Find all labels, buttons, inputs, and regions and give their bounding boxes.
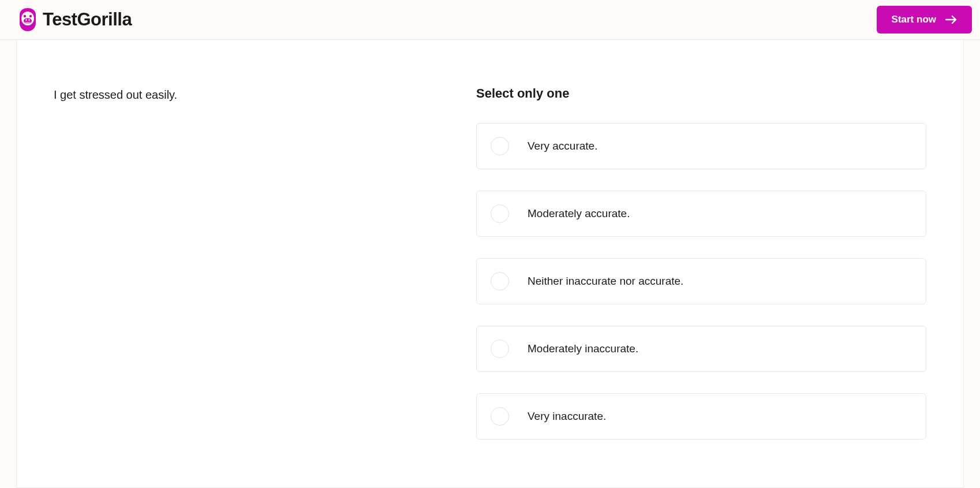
answer-option-label: Moderately accurate.	[528, 207, 630, 220]
arrow-right-icon	[945, 15, 957, 24]
svg-point-4	[25, 19, 27, 21]
question-card: I get stressed out easily. Select only o…	[16, 40, 964, 488]
brand-logo[interactable]: TestGorilla	[17, 7, 132, 32]
answer-option[interactable]: Very inaccurate.	[476, 393, 926, 439]
radio-icon	[491, 272, 509, 290]
answer-option[interactable]: Neither inaccurate nor accurate.	[476, 258, 926, 304]
brand-name: TestGorilla	[43, 9, 132, 30]
site-header: TestGorilla Start now	[0, 0, 980, 40]
answer-option-label: Neither inaccurate nor accurate.	[528, 275, 683, 288]
answer-column: Select only one Very accurate. Moderatel…	[476, 86, 926, 464]
svg-point-2	[29, 15, 32, 17]
radio-icon	[491, 340, 509, 358]
answer-instruction: Select only one	[476, 86, 926, 101]
question-prompt: I get stressed out easily.	[54, 86, 476, 103]
page-body: I get stressed out easily. Select only o…	[0, 40, 980, 488]
start-now-label: Start now	[892, 14, 936, 25]
question-prompt-column: I get stressed out easily.	[54, 86, 476, 464]
answer-option-label: Very inaccurate.	[528, 410, 606, 423]
gorilla-icon	[17, 7, 38, 32]
start-now-button[interactable]: Start now	[877, 6, 972, 33]
svg-point-1	[24, 15, 26, 17]
svg-point-5	[28, 19, 29, 21]
answer-option[interactable]: Moderately accurate.	[476, 191, 926, 237]
radio-icon	[491, 137, 509, 155]
radio-icon	[491, 407, 509, 426]
answer-option[interactable]: Very accurate.	[476, 123, 926, 169]
answer-option-label: Moderately inaccurate.	[528, 342, 638, 355]
answer-option-label: Very accurate.	[528, 140, 597, 152]
answer-option[interactable]: Moderately inaccurate.	[476, 326, 926, 372]
radio-icon	[491, 204, 509, 223]
